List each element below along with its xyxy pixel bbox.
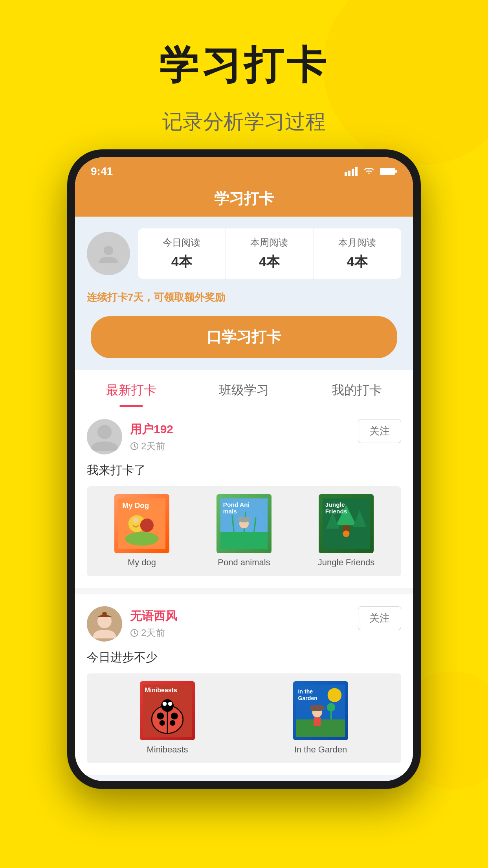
phone-frame: 9:41 — [67, 149, 421, 789]
svg-point-53 — [328, 688, 341, 702]
status-icons — [345, 167, 397, 176]
svg-point-59 — [327, 703, 335, 711]
wifi-icon — [363, 167, 375, 176]
jungle-illustration: Jungle Friends — [323, 494, 370, 553]
svg-point-48 — [163, 702, 167, 706]
svg-point-14 — [133, 518, 139, 523]
stats-grid: 今日阅读 4本 本周阅读 4本 本月阅读 4本 — [138, 228, 401, 279]
feed-user-2: 无语西风 2天前 — [87, 606, 177, 642]
garden-illustration: In the Garden — [296, 681, 345, 740]
book-item-garden[interactable]: In the Garden In the Garden — [248, 681, 393, 756]
feed-time-2: 2天前 — [130, 627, 177, 639]
svg-point-10 — [125, 532, 159, 545]
feed-time-1: 2天前 — [130, 440, 173, 452]
month-value: 4本 — [317, 253, 397, 271]
book-item-pond[interactable]: Pond Ani mals Pond animals — [197, 494, 291, 568]
stats-section: 今日阅读 4本 本周阅读 4本 本月阅读 4本 — [75, 217, 413, 287]
tabs-section: 最新打卡 班级学习 我的打卡 — [75, 370, 413, 407]
feed-time-text-1: 2天前 — [141, 440, 165, 452]
svg-text:Jungle: Jungle — [325, 501, 345, 508]
battery-icon — [380, 167, 397, 176]
month-stat: 本月阅读 4本 — [314, 228, 401, 279]
streak-text: 连续打卡7天，可领取额外奖励 — [75, 287, 413, 312]
today-label: 今日阅读 — [142, 236, 221, 249]
book-item-mydog[interactable]: My Dog My dog — [95, 494, 189, 568]
checkin-button[interactable]: 口学习打卡 — [91, 316, 397, 358]
streak-suffix: 天，可领取额外奖励 — [133, 291, 225, 303]
follow-btn-label-1: 关注 — [369, 425, 390, 437]
week-label: 本周阅读 — [229, 236, 309, 249]
feed-time-text-2: 2天前 — [141, 627, 165, 639]
book-item-jungle[interactable]: Jungle Friends Jungle Friends — [299, 494, 393, 568]
tab-class-label: 班级学习 — [219, 383, 269, 397]
phone-mockup: 9:41 — [67, 149, 421, 789]
checkin-btn-wrapper: 口学习打卡 — [75, 312, 413, 370]
tab-latest-label: 最新打卡 — [106, 383, 156, 397]
feed-item-1: 用户192 2天前 关注 — [75, 407, 413, 588]
nav-bar: 学习打卡 — [75, 181, 413, 217]
svg-rect-56 — [313, 708, 321, 711]
svg-rect-2 — [352, 169, 354, 176]
follow-btn-1[interactable]: 关注 — [358, 419, 401, 443]
feed-text-2: 今日进步不少 — [87, 649, 401, 666]
book-cover-mydog: My Dog — [114, 494, 169, 553]
page-title: 学习打卡 — [0, 0, 488, 92]
tab-latest[interactable]: 最新打卡 — [75, 370, 188, 407]
book-cover-jungle: Jungle Friends — [319, 494, 374, 553]
svg-point-43 — [157, 712, 164, 719]
follow-btn-label-2: 关注 — [369, 612, 390, 624]
svg-text:Pond Ani: Pond Ani — [223, 501, 250, 508]
phone-screen: 9:41 — [75, 157, 413, 781]
svg-point-45 — [160, 720, 165, 726]
svg-point-32 — [343, 530, 349, 537]
tab-mine[interactable]: 我的打卡 — [300, 370, 413, 407]
feed-user-info-1: 用户192 2天前 — [130, 421, 173, 452]
book-title-minibeast: Minibeasts — [147, 744, 188, 756]
page-subtitle: 记录分析学习过程 — [0, 108, 488, 136]
book-item-minibeast[interactable]: Minibeasts Minibeasts — [95, 681, 240, 756]
svg-text:Garden: Garden — [298, 695, 317, 701]
books-grid-2: Minibeasts Minibeasts — [87, 673, 401, 763]
book-cover-pond: Pond Ani mals — [216, 494, 272, 553]
svg-point-6 — [104, 246, 113, 255]
svg-rect-57 — [314, 717, 321, 726]
svg-point-46 — [170, 720, 175, 726]
svg-point-16 — [145, 525, 151, 529]
user-avatar — [87, 232, 130, 275]
today-stat: 今日阅读 4本 — [138, 228, 226, 279]
feed-text-1: 我来打卡了 — [87, 462, 401, 478]
week-value: 4本 — [229, 253, 309, 271]
feed-header-2: 无语西风 2天前 关注 — [87, 606, 401, 642]
svg-point-7 — [97, 425, 112, 439]
svg-point-44 — [171, 712, 178, 719]
feed-avatar-2 — [87, 606, 122, 642]
feed-user-info-2: 无语西风 2天前 — [130, 608, 177, 639]
mydog-illustration: My Dog — [118, 494, 165, 553]
feed-avatar-1 — [87, 419, 122, 454]
svg-rect-0 — [345, 172, 347, 176]
nav-title: 学习打卡 — [214, 190, 274, 207]
tab-class[interactable]: 班级学习 — [188, 370, 301, 407]
svg-text:In the: In the — [298, 688, 313, 694]
svg-point-47 — [161, 699, 174, 712]
feed-avatar-icon-2 — [87, 606, 122, 642]
svg-rect-1 — [348, 171, 350, 176]
book-title-garden: In the Garden — [294, 744, 347, 756]
svg-text:Minibeasts: Minibeasts — [145, 687, 177, 693]
svg-rect-24 — [240, 520, 247, 522]
status-time: 9:41 — [91, 165, 113, 178]
book-title-pond: Pond animals — [218, 557, 270, 568]
pond-illustration: Pond Ani mals — [220, 494, 268, 553]
book-title-mydog: My dog — [128, 557, 156, 568]
svg-rect-4 — [380, 168, 395, 175]
feed-section: 用户192 2天前 关注 — [75, 407, 413, 775]
follow-btn-2[interactable]: 关注 — [358, 606, 401, 630]
clock-icon-1 — [130, 442, 139, 451]
minibeast-illustration: Minibeasts — [143, 681, 192, 740]
streak-prefix: 连续打卡 — [87, 291, 128, 303]
books-grid-1: My Dog My dog — [87, 486, 401, 576]
feed-item-2: 无语西风 2天前 关注 — [75, 594, 413, 775]
checkin-btn-label: 口学习打卡 — [207, 327, 281, 347]
svg-rect-5 — [395, 170, 397, 173]
svg-text:Friends: Friends — [325, 508, 347, 515]
